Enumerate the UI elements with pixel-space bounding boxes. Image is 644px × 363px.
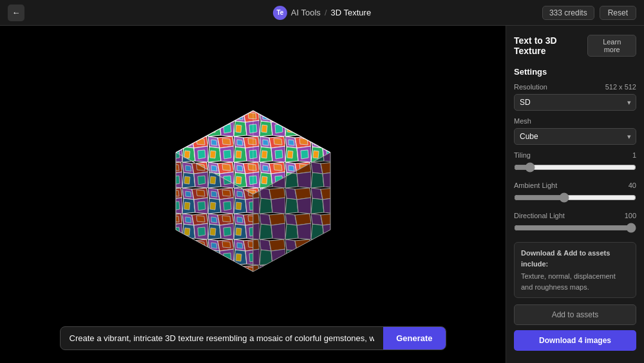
3d-cube-preview bbox=[156, 85, 350, 291]
generate-button[interactable]: Generate bbox=[383, 327, 445, 349]
mesh-select[interactable]: Cube Sphere Plane bbox=[514, 128, 636, 145]
info-box-title: Download & Add to assets include: bbox=[521, 248, 629, 269]
resolution-label: Resolution bbox=[514, 83, 547, 91]
directional-light-slider[interactable] bbox=[514, 223, 636, 233]
learn-more-button[interactable]: Learn more bbox=[587, 35, 636, 57]
directional-light-value: 100 bbox=[625, 212, 636, 219]
header-left: ← bbox=[8, 5, 24, 21]
mesh-select-wrapper: Cube Sphere Plane bbox=[514, 128, 636, 145]
header: ← Te AI Tools / 3D Texture 333 credits R… bbox=[0, 0, 644, 26]
info-box: Download & Add to assets include: Textur… bbox=[514, 242, 636, 298]
panel-header: Text to 3D Texture Learn more bbox=[514, 35, 636, 57]
right-panel: Text to 3D Texture Learn more Settings R… bbox=[506, 26, 644, 363]
back-button[interactable]: ← bbox=[8, 5, 24, 21]
resolution-select-wrapper: SD HD bbox=[514, 94, 636, 111]
add-to-assets-button[interactable]: Add to assets bbox=[514, 304, 636, 325]
canvas-area: Generate bbox=[0, 26, 506, 363]
main-layout: Generate Text to 3D Texture Learn more S… bbox=[0, 26, 644, 363]
mesh-label: Mesh bbox=[514, 117, 531, 125]
tiling-setting: Tiling 1 bbox=[514, 151, 636, 175]
panel-title: Text to 3D Texture bbox=[514, 35, 587, 56]
ambient-light-value: 40 bbox=[629, 182, 636, 189]
prompt-input[interactable] bbox=[61, 327, 384, 349]
breadcrumb-separator: / bbox=[325, 8, 327, 17]
directional-light-setting: Directional Light 100 bbox=[514, 212, 636, 236]
header-center: Te AI Tools / 3D Texture bbox=[273, 6, 371, 20]
directional-light-label: Directional Light bbox=[514, 212, 565, 219]
ambient-light-setting: Ambient Light 40 bbox=[514, 182, 636, 205]
avatar: Te bbox=[273, 6, 287, 20]
reset-button[interactable]: Reset bbox=[600, 6, 636, 20]
header-right: 333 credits Reset bbox=[542, 6, 636, 20]
info-box-text: Texture, normal, displacement and roughn… bbox=[521, 272, 616, 291]
download-button[interactable]: Download 4 images bbox=[514, 330, 636, 351]
credits-badge: 333 credits bbox=[542, 6, 594, 20]
mesh-setting: Mesh Cube Sphere Plane bbox=[514, 117, 636, 145]
tiling-slider[interactable] bbox=[514, 162, 636, 172]
tiling-label: Tiling bbox=[514, 151, 531, 159]
resolution-value: 512 x 512 bbox=[605, 83, 636, 91]
prompt-bar: Generate bbox=[60, 326, 446, 350]
settings-title: Settings bbox=[514, 67, 636, 77]
breadcrumb-parent: AI Tools bbox=[291, 8, 321, 17]
resolution-select[interactable]: SD HD bbox=[514, 94, 636, 111]
ambient-light-slider[interactable] bbox=[514, 192, 636, 203]
tiling-value: 1 bbox=[632, 151, 636, 159]
ambient-light-label: Ambient Light bbox=[514, 182, 557, 189]
breadcrumb-current: 3D Texture bbox=[331, 8, 372, 17]
resolution-setting: Resolution 512 x 512 SD HD bbox=[514, 83, 636, 111]
